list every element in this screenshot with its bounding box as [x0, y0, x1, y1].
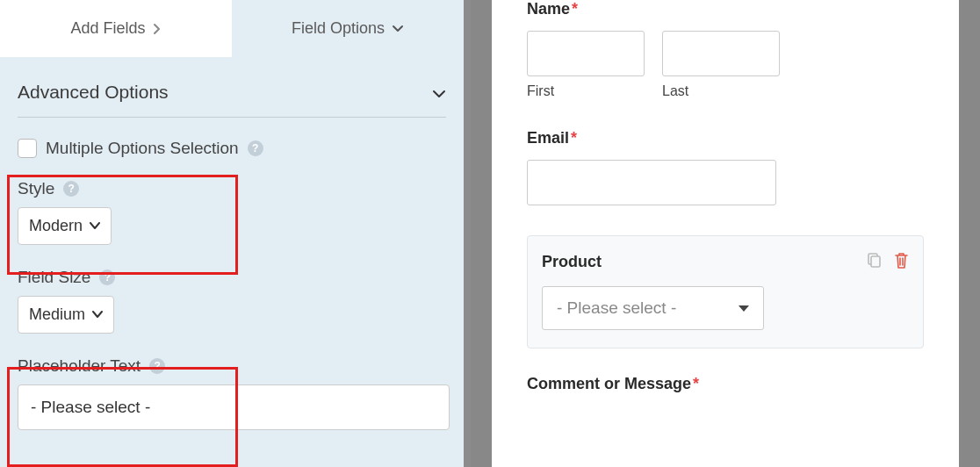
trash-icon[interactable]: [894, 252, 909, 272]
chevron-down-icon: [432, 82, 446, 103]
product-label: Product: [542, 253, 602, 271]
last-name-input[interactable]: [662, 31, 780, 76]
placeholder-text-label: Placeholder Text: [18, 356, 141, 376]
tab-field-options[interactable]: Field Options: [232, 0, 464, 57]
name-label: Name*: [527, 0, 924, 18]
field-size-select[interactable]: Medium: [18, 296, 114, 334]
product-select[interactable]: - Please select -: [542, 286, 764, 330]
svg-rect-1: [871, 256, 880, 267]
duplicate-icon[interactable]: [866, 253, 882, 272]
multiple-options-checkbox[interactable]: [18, 139, 37, 158]
chevron-down-icon: [90, 222, 100, 230]
field-size-select-value: Medium: [29, 305, 85, 324]
caret-down-icon: [739, 305, 749, 312]
chevron-down-icon: [92, 311, 103, 319]
multiple-options-label: Multiple Options Selection: [46, 139, 239, 158]
tab-add-fields-label: Add Fields: [70, 19, 145, 38]
chevron-right-icon: [153, 23, 162, 35]
advanced-options-header[interactable]: Advanced Options: [0, 57, 464, 117]
comment-label: Comment or Message*: [527, 375, 924, 393]
required-asterisk: *: [571, 129, 577, 147]
style-select[interactable]: Modern: [18, 207, 112, 245]
help-icon[interactable]: ?: [248, 140, 263, 156]
first-sublabel: First: [527, 83, 645, 99]
first-name-input[interactable]: [527, 31, 645, 76]
chevron-down-icon: [392, 25, 404, 33]
help-icon[interactable]: ?: [99, 269, 115, 285]
email-input[interactable]: [527, 160, 776, 205]
style-select-value: Modern: [29, 217, 83, 235]
advanced-options-title: Advanced Options: [18, 82, 169, 103]
product-select-placeholder: - Please select -: [557, 298, 676, 318]
help-icon[interactable]: ?: [63, 181, 79, 197]
required-asterisk: *: [693, 375, 699, 392]
tab-add-fields[interactable]: Add Fields: [0, 0, 232, 57]
field-size-label: Field Size: [18, 268, 90, 287]
last-sublabel: Last: [662, 83, 780, 99]
help-icon[interactable]: ?: [149, 358, 165, 374]
placeholder-text-input[interactable]: [18, 384, 450, 430]
tab-field-options-label: Field Options: [292, 19, 385, 38]
style-label: Style: [18, 179, 54, 198]
email-label: Email*: [527, 129, 924, 147]
product-field-card[interactable]: Product - Please select -: [527, 235, 924, 348]
required-asterisk: *: [572, 0, 578, 18]
